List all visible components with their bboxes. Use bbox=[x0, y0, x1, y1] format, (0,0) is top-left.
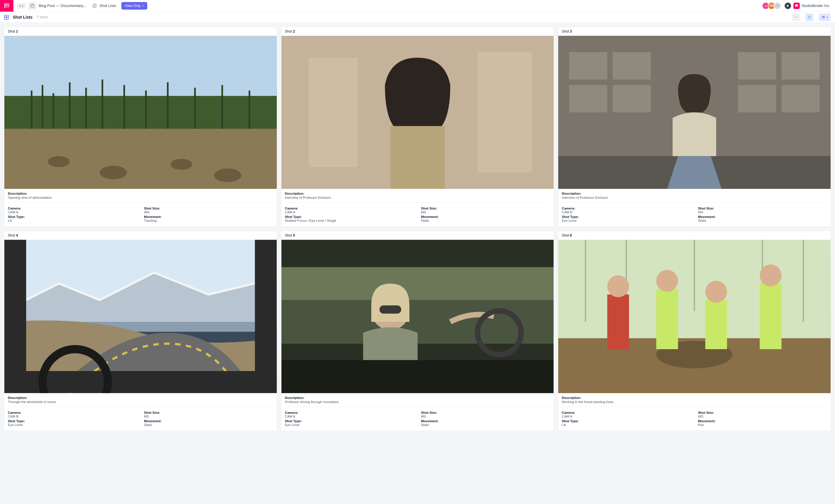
description-label: Description: bbox=[285, 192, 550, 195]
attr-label: Shot Type: bbox=[8, 419, 137, 423]
shot-attributes: Camera:CAM AShot Size:MSShot Type:Eye Le… bbox=[281, 408, 554, 431]
attr-label: Shot Size: bbox=[698, 207, 827, 210]
shot-header: Shot 3 bbox=[558, 27, 831, 36]
shot-label: Shot bbox=[562, 29, 569, 34]
shot-number: 2 bbox=[293, 29, 295, 34]
chat-icon bbox=[3, 3, 10, 9]
attr-value: WS bbox=[144, 210, 273, 214]
shot-attributes: Camera:CAM BShot Size:MSShot Type:Eye Le… bbox=[4, 408, 277, 431]
version-pill[interactable]: v 1 bbox=[17, 3, 26, 8]
shot-label: Shot bbox=[562, 233, 569, 237]
project-title[interactable]: Blog Post — Documentary... bbox=[39, 3, 86, 8]
shot-attributes: Camera:CAM AShot Size:WSShot Type:LAMove… bbox=[558, 408, 831, 431]
svg-rect-0 bbox=[30, 5, 34, 7]
svg-rect-40 bbox=[782, 85, 820, 112]
description-value: Interview of Professor Erickson bbox=[285, 196, 550, 203]
view-mode-button[interactable]: View Only ▾ bbox=[121, 2, 147, 9]
svg-rect-35 bbox=[569, 85, 607, 112]
shot-number: 1 bbox=[16, 29, 18, 34]
brand-logo[interactable] bbox=[0, 0, 14, 12]
shot-number: 6 bbox=[570, 233, 572, 237]
attr-shot_size: Shot Size:WS bbox=[698, 411, 827, 418]
avatar[interactable]: ⋯ bbox=[774, 2, 781, 9]
svg-rect-7 bbox=[4, 96, 277, 129]
attr-value: Static bbox=[144, 423, 273, 426]
shot-label: Shot bbox=[8, 233, 15, 237]
attr-value: CAM A bbox=[562, 415, 691, 418]
shot-thumbnail[interactable] bbox=[558, 36, 831, 189]
svg-rect-27 bbox=[477, 52, 532, 172]
attr-value: LA bbox=[562, 423, 691, 426]
attr-label: Shot Size: bbox=[421, 411, 550, 414]
shot-number: 3 bbox=[570, 29, 572, 34]
svg-rect-38 bbox=[782, 52, 820, 80]
company-name[interactable]: StudioBinder Inc. bbox=[801, 3, 830, 8]
attr-label: Camera: bbox=[562, 411, 691, 414]
shot-header: Shot 4 bbox=[4, 231, 277, 240]
shot-thumbnail[interactable] bbox=[4, 36, 277, 189]
svg-rect-33 bbox=[569, 52, 607, 80]
attr-label: Shot Size: bbox=[421, 207, 550, 210]
shot-card[interactable]: Shot 6Description:Working in the forest … bbox=[558, 231, 831, 431]
svg-rect-63 bbox=[607, 294, 629, 349]
attr-shot_size: Shot Size:MS bbox=[421, 411, 550, 418]
attr-label: Shot Type: bbox=[8, 215, 137, 218]
shot-thumbnail[interactable] bbox=[558, 240, 831, 393]
shot-card[interactable]: Shot 3Description:Interview of Professor… bbox=[558, 27, 831, 227]
company-logo[interactable] bbox=[793, 3, 800, 9]
description-value: Opening shot of deforestation bbox=[8, 196, 273, 203]
shot-attributes: Camera:CAM AShot Size:WSShot Type:LAMove… bbox=[4, 204, 277, 226]
shot-description: Description:Through the windshield of sc… bbox=[4, 393, 277, 408]
shot-attributes: Camera:CAM BShot Size:WSShot Type:Eye Le… bbox=[558, 204, 831, 226]
svg-rect-67 bbox=[706, 300, 727, 349]
shot-thumbnail[interactable] bbox=[281, 36, 554, 189]
briefcase-icon[interactable] bbox=[28, 2, 36, 10]
attr-value: Tracking bbox=[144, 219, 273, 222]
shotlist-icon bbox=[4, 15, 9, 20]
svg-rect-36 bbox=[613, 85, 651, 112]
attr-value: CAM B bbox=[8, 415, 137, 418]
subbar: Shot Lists 7 shots ⋯ ▾ bbox=[0, 12, 835, 23]
attr-camera: Camera:CAM B bbox=[562, 207, 691, 214]
attr-camera: Camera:CAM B bbox=[8, 411, 137, 418]
attr-label: Movement: bbox=[421, 215, 550, 218]
shot-card[interactable]: Shot 1Description:Opening shot of defore… bbox=[4, 27, 277, 227]
shot-card[interactable]: Shot 2Description:Interview of Professor… bbox=[281, 27, 554, 227]
svg-point-31 bbox=[428, 90, 434, 97]
attr-shot_type: Shot Type:Eye Level bbox=[562, 215, 691, 222]
shot-card[interactable]: Shot 5Description:Professor driving thro… bbox=[281, 231, 554, 431]
description-value: Working in the forest planting trees bbox=[562, 400, 827, 407]
attr-shot_size: Shot Size:WS bbox=[698, 207, 827, 214]
attr-value: CAM A bbox=[285, 210, 414, 214]
attr-value: MS bbox=[421, 415, 550, 418]
section-label[interactable]: Shot Lists bbox=[100, 3, 116, 8]
shot-card[interactable]: Shot 4Description:Through the windshield… bbox=[4, 231, 277, 431]
attr-label: Shot Type: bbox=[562, 215, 691, 218]
svg-rect-65 bbox=[656, 289, 678, 349]
attr-value: WS bbox=[698, 415, 827, 418]
attr-shot_type: Shot Type:LA bbox=[8, 215, 137, 222]
svg-point-21 bbox=[48, 156, 70, 167]
attr-camera: Camera:CAM A bbox=[285, 207, 414, 214]
svg-point-23 bbox=[170, 159, 192, 170]
attr-label: Shot Type: bbox=[285, 215, 414, 218]
shot-label: Shot bbox=[8, 29, 15, 34]
svg-rect-54 bbox=[281, 360, 554, 393]
shot-thumbnail[interactable] bbox=[4, 240, 277, 393]
user-icon bbox=[807, 15, 811, 19]
attr-value: Static bbox=[698, 219, 827, 222]
attr-value: CAM A bbox=[8, 210, 137, 214]
attr-value: MS bbox=[421, 210, 550, 214]
attr-value: CAM B bbox=[562, 210, 691, 214]
layout-toggle[interactable]: ▾ bbox=[819, 14, 830, 21]
attr-label: Movement: bbox=[144, 215, 273, 218]
attr-label: Movement: bbox=[698, 419, 827, 423]
share-button[interactable] bbox=[806, 14, 813, 21]
shot-description: Description:Interview of Professor Erick… bbox=[281, 189, 554, 204]
presence-avatars: ☺RD⋯ bbox=[764, 2, 781, 9]
attr-movement: Movement:Static bbox=[421, 419, 550, 426]
shot-thumbnail[interactable] bbox=[281, 240, 554, 393]
more-button[interactable]: ⋯ bbox=[792, 14, 800, 21]
play-button[interactable] bbox=[785, 3, 791, 9]
attr-movement: Movement:Static bbox=[421, 215, 550, 222]
